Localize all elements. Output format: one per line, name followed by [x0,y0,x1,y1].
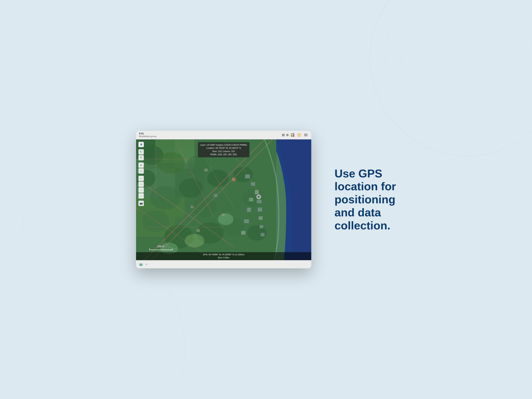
pan-up-btn[interactable]: ↑ [138,187,144,193]
promo-line4: and data [335,206,381,219]
bottom-toolbar: • [136,260,311,268]
zoom-out-btn[interactable]: − [138,168,144,174]
gps-position-marker [256,194,261,199]
target-marker [232,178,236,181]
zoom-in-btn[interactable]: + [138,162,144,168]
svg-point-79 [141,264,141,264]
menu-icon[interactable] [304,133,308,137]
svg-rect-8 [293,133,294,135]
svg-rect-10 [293,135,294,137]
map-container[interactable]: ↖ ✛ + − ← → ↑ ↓ 📷 Layer: US NAIP Imagery… [136,139,311,260]
promo-line5: collection. [335,219,391,232]
pan-down-btn[interactable]: ↓ [138,193,144,199]
gps-status-line2: Elev: 0.00m [136,256,311,259]
map-toolbar: ↖ ✛ + − ← → ↑ ↓ 📷 [138,142,144,206]
pointer-btn[interactable]: ↖ [138,149,144,154]
filename-display: BlueMarble.gmmp [139,135,157,138]
tooltip-rgba: RGBA: (168, 180, 180, 255) [200,153,247,156]
map-status-bar: GPS: 69.79088° W, 44.28590° N (±1.000m) … [136,252,311,260]
text-panel: Use GPS location for positioning and dat… [335,167,396,232]
svg-rect-7 [291,133,292,135]
pan-right-btn[interactable]: → [138,181,144,187]
crosshair-btn[interactable]: ✛ [138,155,144,161]
svg-rect-76 [136,139,276,260]
title-bar-right [282,133,308,137]
promo-line2: location for [335,180,396,193]
tooltip-layer: Layer: US NAIP Imagery (USDA CONUS PRIME… [200,143,247,147]
app-window: 9:51 BlueMarble.gmmp [136,131,311,268]
svg-point-78 [140,263,143,266]
map-info-tooltip: Layer: US NAIP Imagery (USDA CONUS PRIME… [198,142,249,157]
title-bar-left: 9:51 BlueMarble.gmmp [139,132,157,138]
svg-rect-9 [291,135,292,137]
gps-toolbar-icon[interactable] [297,133,302,137]
toolbar-icons [290,133,308,137]
pan-left-btn[interactable]: ← [138,176,144,181]
tooltip-row-col: Row: 218, Column: 102 [200,150,247,153]
window-btn-circle[interactable] [286,134,289,136]
screenshot-btn[interactable]: 📷 [138,200,144,206]
promo-line1: Use GPS [335,167,382,180]
title-bar: 9:51 BlueMarble.gmmp [136,131,311,139]
time-display: 9:51 [139,132,157,135]
scale-label: 200 m [157,245,165,248]
promo-line3: positioning [335,193,396,206]
gps-status-line1: GPS: 69.79088° W, 44.28590° N (±1.000m) [136,253,311,256]
window-btn-minimize[interactable] [282,134,285,136]
info-dot-icon[interactable]: • [144,262,149,267]
bluetooth-btn[interactable] [138,142,144,147]
layers-icon[interactable] [290,133,295,137]
svg-point-12 [299,134,300,135]
tooltip-location: Location: 69.79230° W, 44.28679° N [200,146,247,150]
layers-bottom-icon[interactable] [138,262,144,267]
scale-line [149,249,173,250]
promo-text: Use GPS location for positioning and dat… [335,167,396,232]
scale-bar: 200 m [149,245,173,250]
